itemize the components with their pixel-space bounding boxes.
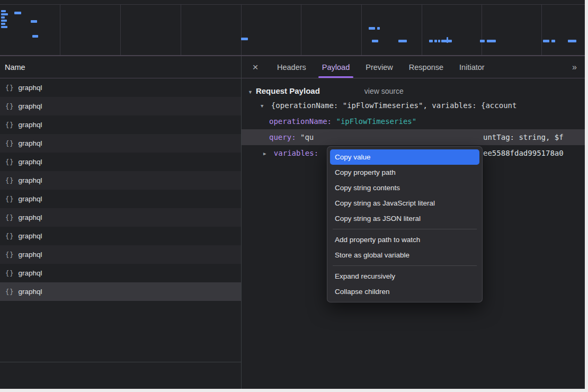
menu-item-copy-string-as-javascript-literal[interactable]: Copy string as JavaScript literal — [327, 195, 482, 211]
request-table: Name {}graphql{}graphql{}graphql{}graphq… — [0, 56, 242, 389]
timeline-activity-bar — [429, 40, 433, 42]
menu-item-store-as-global-variable[interactable]: Store as global variable — [327, 247, 482, 263]
expand-variables-caret-icon[interactable]: ▶ — [263, 151, 266, 156]
timeline-activity-bar — [14, 12, 21, 14]
timeline-activity-bar — [241, 38, 248, 40]
timeline-activity-bar — [480, 40, 485, 42]
property-key: query: — [269, 133, 296, 141]
network-panel: Name {}graphql{}graphql{}graphql{}graphq… — [0, 56, 585, 389]
timeline-activity-bar — [1, 23, 5, 25]
request-row[interactable]: {}graphql — [0, 97, 241, 115]
request-row[interactable]: {}graphql — [0, 282, 241, 301]
request-row[interactable]: {}graphql — [0, 78, 241, 97]
payload-root-row[interactable]: ▼ {operationName: "ipFlowTimeseries", va… — [242, 97, 585, 113]
name-column-header[interactable]: Name — [0, 56, 241, 78]
property-value-start: "qu — [300, 133, 314, 141]
tab-preview[interactable]: Preview — [358, 56, 401, 78]
timeline-gridline — [241, 5, 242, 55]
timeline-grid — [0, 4, 585, 55]
request-name-label: graphql — [18, 84, 42, 92]
timeline-activity-bar — [447, 37, 448, 43]
request-name-label: graphql — [18, 232, 42, 240]
request-list: {}graphql{}graphql{}graphql{}graphql{}gr… — [0, 78, 241, 301]
timeline-gridline — [361, 5, 362, 55]
context-menu: Copy valueCopy property pathCopy string … — [327, 146, 483, 302]
request-row[interactable]: {}graphql — [0, 264, 241, 282]
operation-name-row[interactable]: operationName: "ipFlowTimeseries" — [242, 113, 585, 129]
object-preview-text: {operationName: "ipFlowTimeseries", vari… — [271, 101, 517, 110]
table-footer-divider — [0, 362, 241, 362]
json-request-icon: {} — [5, 288, 14, 296]
timeline-activity-bar — [1, 26, 7, 28]
collapse-section-caret-icon[interactable]: ▼ — [248, 90, 253, 95]
request-name-label: graphql — [18, 288, 42, 296]
timeline-gridline — [120, 5, 121, 55]
request-row[interactable]: {}graphql — [0, 245, 241, 264]
timeline-activity-bar — [434, 40, 437, 42]
json-request-icon: {} — [5, 121, 14, 129]
json-request-icon: {} — [5, 177, 14, 184]
view-source-link[interactable]: view source — [364, 87, 404, 95]
tab-response[interactable]: Response — [401, 56, 451, 78]
request-row[interactable]: {}graphql — [0, 153, 241, 171]
request-row[interactable]: {}graphql — [0, 171, 241, 190]
request-row[interactable]: {}graphql — [0, 208, 241, 227]
property-key: operationName: — [269, 117, 332, 126]
property-value-continued: ee5588fdad995178a0 — [483, 145, 564, 161]
tab-payload[interactable]: Payload — [314, 56, 358, 78]
menu-item-copy-value[interactable]: Copy value — [330, 149, 479, 165]
network-overview-timeline[interactable] — [0, 0, 585, 56]
timeline-activity-bar — [32, 35, 38, 38]
property-value-continued: untTag: string, $f — [483, 129, 564, 145]
timeline-gridline — [541, 5, 542, 55]
json-request-icon: {} — [5, 233, 14, 240]
request-row[interactable]: {}graphql — [0, 227, 241, 245]
request-name-label: graphql — [18, 269, 42, 277]
json-request-icon: {} — [5, 251, 14, 259]
timeline-activity-bar — [1, 16, 5, 19]
timeline-activity-bar — [551, 40, 555, 42]
menu-divider — [333, 229, 477, 229]
collapse-root-caret-icon[interactable]: ▼ — [261, 103, 263, 109]
timeline-gridline — [301, 5, 301, 55]
json-request-icon: {} — [5, 140, 14, 147]
query-row[interactable]: query: "qu untTag: string, $f — [242, 129, 585, 145]
json-request-icon: {} — [5, 103, 14, 110]
request-name-label: graphql — [18, 251, 42, 259]
timeline-activity-bar — [31, 20, 37, 23]
request-row[interactable]: {}graphql — [0, 134, 241, 153]
menu-item-add-property-path-to-watch[interactable]: Add property path to watch — [327, 232, 482, 247]
close-detail-button[interactable]: × — [242, 56, 269, 78]
request-name-label: graphql — [18, 213, 42, 221]
name-column-label: Name — [5, 63, 25, 72]
request-row[interactable]: {}graphql — [0, 190, 241, 208]
menu-item-copy-string-contents[interactable]: Copy string contents — [327, 180, 482, 195]
request-name-label: graphql — [18, 195, 42, 203]
devtools-screenshot: Name {}graphql{}graphql{}graphql{}graphq… — [0, 0, 588, 392]
request-name-label: graphql — [18, 121, 42, 129]
timeline-activity-bar — [372, 40, 378, 42]
json-request-icon: {} — [5, 84, 14, 92]
json-request-icon: {} — [5, 195, 14, 203]
menu-divider — [333, 265, 477, 266]
timeline-activity-bar — [568, 40, 576, 42]
menu-item-expand-recursively[interactable]: Expand recursively — [327, 269, 482, 284]
timeline-activity-bar — [438, 40, 440, 42]
menu-item-copy-string-as-json-literal[interactable]: Copy string as JSON literal — [327, 211, 482, 226]
timeline-activity-bar — [487, 40, 496, 42]
timeline-activity-bar — [1, 20, 7, 22]
property-key: variables: — [274, 149, 318, 157]
request-row[interactable]: {}graphql — [0, 115, 241, 134]
timeline-gridline — [181, 5, 181, 55]
menu-item-collapse-children[interactable]: Collapse children — [327, 284, 482, 299]
tab-headers[interactable]: Headers — [269, 56, 314, 78]
more-tabs-button[interactable]: » — [564, 63, 585, 72]
timeline-gridline — [60, 5, 60, 55]
property-value: "ipFlowTimeseries" — [336, 117, 416, 126]
request-name-label: graphql — [18, 139, 42, 147]
timeline-gridline — [482, 5, 482, 55]
timeline-activity-bar — [369, 27, 375, 30]
menu-item-copy-property-path[interactable]: Copy property path — [327, 165, 482, 180]
tab-initiator[interactable]: Initiator — [451, 56, 493, 78]
request-name-label: graphql — [18, 176, 42, 184]
